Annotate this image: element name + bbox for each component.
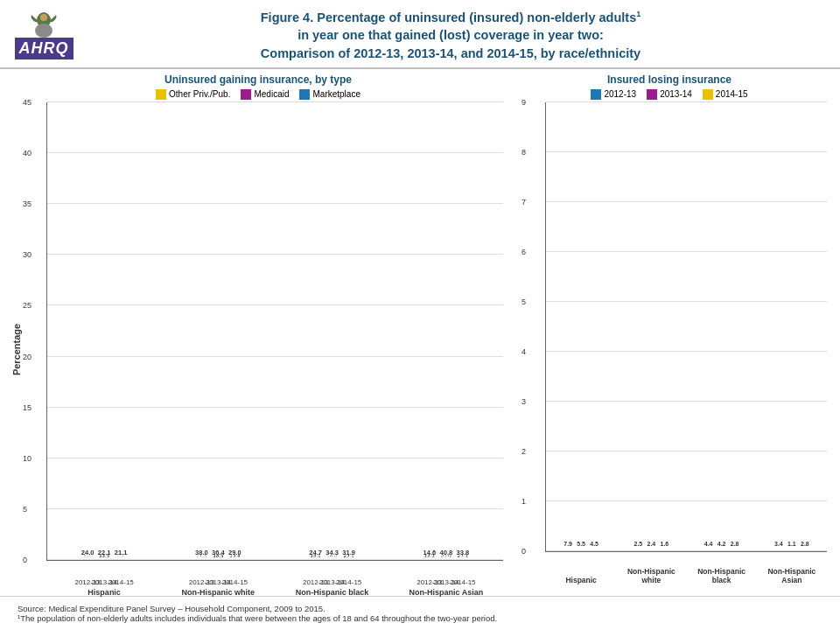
legend-label-2013: 2013-14 <box>660 89 692 99</box>
chart-title: Figure 4. Percentage of uninsured (insur… <box>79 9 822 62</box>
right-chart-title: Insured losing insurance <box>508 74 831 86</box>
right-chart-wrapper: 01234567897.95.54.5Hispanic2.52.41.6Non-… <box>508 102 831 596</box>
right-group-label: Non-HispanicAsian <box>767 567 816 584</box>
bar-top-value: 40.8 <box>440 549 453 556</box>
bar-top-value: 29.0 <box>228 549 242 556</box>
right-bar-value: 4.4 <box>704 541 713 547</box>
legend-box-2012 <box>591 89 601 100</box>
group-category-label: Non-Hispanic Asian <box>410 588 484 597</box>
y-tick-label: 1 <box>522 497 526 506</box>
y-tick-label: 8 <box>522 148 526 157</box>
bar-top-value: 38.0 <box>195 549 208 556</box>
legend-item-2014: 2014-15 <box>703 89 748 100</box>
bar-top-value: 24.0 <box>81 549 94 556</box>
right-chart-plot: 01234567897.95.54.5Hispanic2.52.41.6Non-… <box>545 102 827 552</box>
legend-item-2013: 2013-14 <box>647 89 692 100</box>
left-legend: Other Priv./Pub. Medicaid Marketplace <box>9 89 508 100</box>
charts-container: Uninsured gaining insurance, by type Oth… <box>0 69 840 596</box>
y-tick-label: 2 <box>522 447 526 456</box>
y-tick-label: 3 <box>522 397 526 406</box>
y-tick-label: 15 <box>23 403 32 412</box>
bar-top-value: 34.3 <box>326 549 339 556</box>
y-tick-label: 0 <box>23 556 27 564</box>
left-chart: Uninsured gaining insurance, by type Oth… <box>0 74 508 596</box>
group-category-label: Hispanic <box>88 588 121 597</box>
legend-box-marketplace <box>299 89 310 100</box>
y-tick-label: 0 <box>522 547 526 556</box>
right-bar-value: 1.1 <box>788 541 796 547</box>
group-category-label: Non-Hispanic black <box>296 588 369 597</box>
bars-area: 8.44.02.924.02012-1313.57.622.12013-148.… <box>47 102 503 560</box>
page: AHRQ Figure 4. Percentage of uninsured (… <box>0 0 840 630</box>
bar-period-label: 2014-15 <box>336 578 361 586</box>
logo-area: AHRQ <box>9 11 79 60</box>
y-tick-label: 10 <box>23 454 32 463</box>
y-tick-label: 7 <box>522 198 526 206</box>
bar-top-value: 24.7 <box>309 549 322 556</box>
legend-box-medicaid <box>241 89 251 100</box>
bar-period-label: 2014-15 <box>108 578 133 586</box>
y-tick-label: 9 <box>522 98 526 107</box>
y-tick-label: 20 <box>23 353 32 361</box>
title-area: Figure 4. Percentage of uninsured (insur… <box>79 9 822 62</box>
right-bar-value: 4.2 <box>718 541 726 547</box>
legend-item-2012: 2012-13 <box>591 89 636 100</box>
bar-period-label: 2014-15 <box>222 578 248 586</box>
y-tick-label: 6 <box>522 248 526 256</box>
ahrq-logo: AHRQ <box>15 38 74 60</box>
left-chart-wrapper: Percentage 0510152025303540458.44.02.924… <box>9 102 508 596</box>
right-bars-area: 7.95.54.5Hispanic2.52.41.6Non-Hispanicwh… <box>546 102 827 551</box>
right-bar-value: 5.5 <box>577 541 585 547</box>
source-text: Source: Medical Expenditure Panel Survey… <box>18 604 822 613</box>
bar-top-value: 21.1 <box>115 549 128 556</box>
legend-item-other: Other Priv./Pub. <box>156 89 230 100</box>
y-tick-label: 5 <box>522 298 526 306</box>
legend-label-2012: 2012-13 <box>604 89 636 99</box>
right-legend: 2012-13 2013-14 2014-15 <box>508 89 831 100</box>
legend-label-2014: 2014-15 <box>716 89 748 99</box>
y-tick-label: 40 <box>23 149 32 158</box>
eagle-logo <box>28 11 60 38</box>
svg-point-1 <box>35 24 52 38</box>
left-chart-inner: 0510152025303540458.44.02.924.02012-1313… <box>24 102 508 596</box>
left-chart-plot: 0510152025303540458.44.02.924.02012-1313… <box>46 102 503 561</box>
group-category-label: Non-Hispanic white <box>182 588 256 597</box>
bar-top-value: 14.6 <box>424 549 437 556</box>
left-chart-title: Uninsured gaining insurance, by type <box>9 74 508 86</box>
footnote-text: ¹The population of non-elderly adults in… <box>18 613 822 623</box>
right-group-label: Non-Hispanicwhite <box>627 567 676 584</box>
header: AHRQ Figure 4. Percentage of uninsured (… <box>0 0 840 69</box>
right-bar-value: 1.6 <box>661 541 669 547</box>
y-tick-label: 5 <box>23 505 27 514</box>
y-axis-label: Percentage <box>9 102 24 596</box>
right-bar-value: 2.5 <box>634 541 643 547</box>
legend-box-2014 <box>703 89 713 100</box>
bar-top-value: 31.9 <box>342 549 355 556</box>
legend-label-other: Other Priv./Pub. <box>169 89 230 99</box>
bar-top-value: 22.1 <box>98 549 111 556</box>
y-tick-label: 25 <box>23 301 32 310</box>
y-tick-label: 4 <box>522 347 526 356</box>
footer: Source: Medical Expenditure Panel Survey… <box>0 596 840 630</box>
right-bar-value: 4.5 <box>590 541 598 547</box>
legend-box-other <box>156 89 166 100</box>
right-bar-value: 2.8 <box>801 541 809 547</box>
right-group-label: Hispanic <box>565 576 596 584</box>
legend-label-marketplace: Marketplace <box>312 89 360 99</box>
right-bar-value: 3.4 <box>774 541 783 547</box>
right-bar-value: 7.9 <box>564 541 572 547</box>
legend-item-marketplace: Marketplace <box>299 89 360 100</box>
y-tick-label: 30 <box>23 250 32 259</box>
bar-period-label: 2014-15 <box>450 578 475 586</box>
right-bar-value: 2.8 <box>731 541 739 547</box>
right-chart-inner: 01234567897.95.54.5Hispanic2.52.41.6Non-… <box>523 102 831 596</box>
right-bar-value: 2.4 <box>648 541 656 547</box>
svg-point-3 <box>42 16 46 20</box>
right-chart: Insured losing insurance 2012-13 2013-14… <box>508 74 840 596</box>
y-tick-label: 35 <box>23 200 32 208</box>
right-group-label: Non-Hispanicblack <box>697 567 746 584</box>
bar-top-value: 36.4 <box>212 549 225 556</box>
y-tick-label: 45 <box>23 98 32 107</box>
legend-item-medicaid: Medicaid <box>241 89 289 100</box>
legend-box-2013 <box>647 89 657 100</box>
